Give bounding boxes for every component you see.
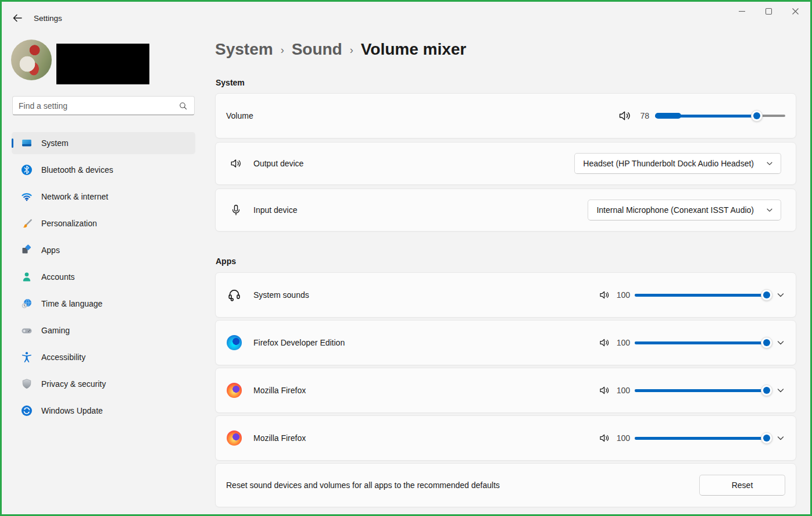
search-input[interactable] xyxy=(13,101,178,111)
window-controls xyxy=(728,0,809,22)
minimize-icon[interactable] xyxy=(728,0,755,22)
slider-thumb[interactable] xyxy=(761,385,772,396)
bluetooth-icon xyxy=(21,164,33,176)
app-volume-slider[interactable] xyxy=(635,289,767,301)
app-title: Settings xyxy=(34,14,62,23)
selected-indicator xyxy=(12,138,13,148)
microphone-icon xyxy=(230,204,242,216)
reset-button[interactable]: Reset xyxy=(699,475,785,496)
privacy-icon xyxy=(21,378,33,390)
system-volume-slider[interactable] xyxy=(655,110,785,122)
personalization-icon xyxy=(21,218,33,229)
sidebar-item-system[interactable]: System xyxy=(12,132,195,154)
sidebar-item-bluetooth-devices[interactable]: Bluetooth & devices xyxy=(12,159,195,181)
slider-thumb[interactable] xyxy=(761,432,772,444)
app-volume-value: 100 xyxy=(615,338,630,347)
volume-value: 78 xyxy=(636,111,649,120)
slider-fill xyxy=(635,389,767,392)
breadcrumb-separator: › xyxy=(281,44,284,56)
network-icon xyxy=(21,191,33,202)
input-device-dropdown[interactable]: Internal Microphone (Conexant ISST Audio… xyxy=(588,200,781,220)
sidebar-item-windows-update[interactable]: Windows Update xyxy=(12,400,195,422)
time-language-icon xyxy=(21,298,33,309)
firefox-icon xyxy=(227,430,242,446)
user-profile[interactable] xyxy=(11,40,197,85)
page-title: Volume mixer xyxy=(361,40,467,59)
breadcrumb-separator: › xyxy=(350,44,353,56)
maximize-icon[interactable] xyxy=(755,0,782,22)
reset-row: Reset sound devices and volumes for all … xyxy=(215,463,796,507)
app-volume-slider[interactable] xyxy=(635,337,767,348)
sidebar-nav: System Bluetooth & devices Network & int… xyxy=(12,132,195,426)
gaming-icon xyxy=(21,325,33,336)
slider-fill xyxy=(635,294,767,297)
output-device-row: Output device Headset (HP Thunderbolt Do… xyxy=(215,142,796,185)
chevron-down-icon[interactable] xyxy=(776,338,785,347)
speaker-icon xyxy=(599,337,610,348)
reset-description: Reset sound devices and volumes for all … xyxy=(226,481,500,490)
speaker-icon xyxy=(599,289,610,301)
sidebar-item-accounts[interactable]: Accounts xyxy=(12,266,195,288)
titlebar: Settings xyxy=(0,0,812,28)
redacted-user-name xyxy=(56,44,149,84)
input-device-row: Input device Internal Microphone (Conexa… xyxy=(215,188,796,232)
app-volume-row: Mozilla Firefox 100 xyxy=(215,415,796,461)
chevron-down-icon xyxy=(766,206,774,214)
headset-icon xyxy=(227,287,242,303)
user-avatar xyxy=(11,40,52,80)
app-volume-row: Mozilla Firefox 100 xyxy=(215,368,796,413)
chevron-down-icon[interactable] xyxy=(776,386,785,395)
output-device-dropdown[interactable]: Headset (HP Thunderbolt Dock Audio Heads… xyxy=(574,153,781,174)
search-box xyxy=(12,96,195,115)
firefox-icon xyxy=(227,383,242,398)
system-icon xyxy=(21,137,33,149)
slider-fill xyxy=(635,341,767,344)
speaker-icon xyxy=(599,385,610,396)
slider-fill xyxy=(635,437,767,440)
breadcrumb-system[interactable]: System xyxy=(215,40,273,59)
sidebar-item-personalization[interactable]: Personalization xyxy=(12,212,195,234)
output-device-label: Output device xyxy=(253,159,303,168)
section-header-system: System xyxy=(216,78,245,87)
chevron-down-icon[interactable] xyxy=(776,433,785,443)
slider-thumb[interactable] xyxy=(751,110,763,122)
speaker-icon xyxy=(618,109,632,123)
sidebar-item-apps[interactable]: Apps xyxy=(12,239,195,261)
sidebar-item-time-language[interactable]: Time & language xyxy=(12,293,195,315)
app-volume-value: 100 xyxy=(615,290,630,300)
sidebar-item-network-internet[interactable]: Network & internet xyxy=(12,186,195,208)
chevron-down-icon[interactable] xyxy=(776,290,785,300)
apps-icon xyxy=(21,244,33,256)
app-volume-value: 100 xyxy=(615,386,630,395)
sidebar-item-accessibility[interactable]: Accessibility xyxy=(12,346,195,368)
app-volume-value: 100 xyxy=(615,433,630,443)
input-device-value: Internal Microphone (Conexant ISST Audio… xyxy=(596,205,754,215)
search-icon[interactable] xyxy=(178,101,188,111)
breadcrumb: System › Sound › Volume mixer xyxy=(215,40,466,59)
section-header-apps: Apps xyxy=(216,257,236,266)
sidebar-item-privacy-security[interactable]: Privacy & security xyxy=(12,373,195,395)
speaker-icon xyxy=(230,157,242,170)
accounts-icon xyxy=(21,271,33,283)
speaker-icon xyxy=(599,432,610,444)
output-device-value: Headset (HP Thunderbolt Dock Audio Heads… xyxy=(583,159,754,168)
windows-update-icon xyxy=(21,405,33,417)
slider-thumb[interactable] xyxy=(761,337,772,348)
app-volume-row: Firefox Developer Edition 100 xyxy=(215,320,796,365)
audio-peak-meter xyxy=(655,113,681,119)
sidebar-item-gaming[interactable]: Gaming xyxy=(12,319,195,341)
chevron-down-icon xyxy=(766,159,774,168)
firefox-developer-icon xyxy=(227,335,242,350)
input-device-label: Input device xyxy=(253,205,298,215)
system-volume-row: Volume 78 xyxy=(215,93,796,138)
breadcrumb-sound[interactable]: Sound xyxy=(292,40,342,59)
slider-thumb[interactable] xyxy=(761,289,772,301)
app-volume-slider[interactable] xyxy=(635,385,767,396)
close-icon[interactable] xyxy=(782,0,809,22)
app-volume-slider[interactable] xyxy=(635,432,767,444)
accessibility-icon xyxy=(21,351,33,363)
app-volume-row: System sounds 100 xyxy=(215,272,796,318)
volume-label: Volume xyxy=(226,111,253,120)
back-arrow-icon[interactable] xyxy=(12,12,23,24)
